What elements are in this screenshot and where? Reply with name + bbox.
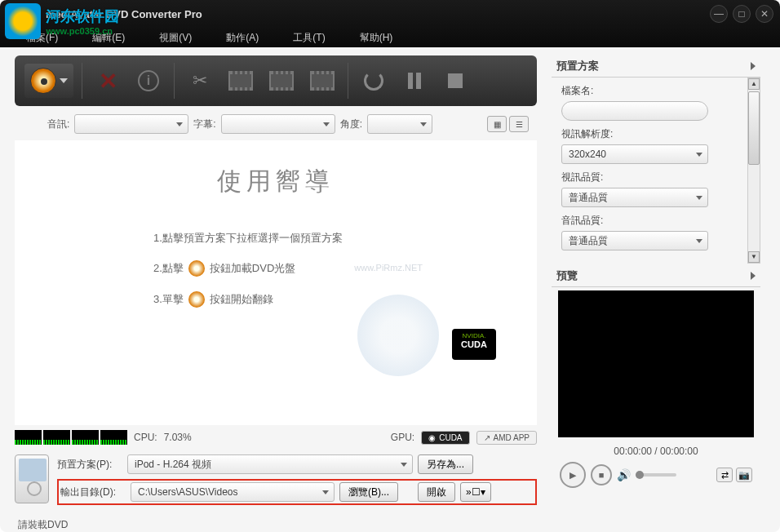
info-icon: i [138, 70, 159, 91]
browse-button[interactable]: 瀏覽(B)... [339, 482, 398, 502]
toolbar: ✕ i ✂ [15, 55, 537, 106]
film-split-icon [310, 71, 335, 91]
convert-icon [188, 291, 205, 308]
scroll-down-button[interactable]: ▼ [748, 251, 760, 263]
audio-quality-label: 音訊品質: [561, 214, 757, 228]
preview-controls: ▶ ■ 🔊 ⇄ 📷 [552, 462, 760, 488]
video-resolution-combo[interactable]: 320x240 [561, 144, 708, 164]
snapshot-button[interactable]: 📷 [736, 468, 752, 482]
watermark-logo-line1: 河东软件园 [46, 7, 119, 26]
wizard-step-3: 3.單擊 按鈕開始翻錄 [153, 291, 398, 308]
destination-highlight: 輸出目錄(D): C:\Users\ASUS\Videos 瀏覽(B)... 開… [57, 479, 537, 505]
save-as-button[interactable]: 另存為... [418, 454, 473, 474]
subtitle-label: 字幕: [193, 117, 215, 131]
amd-arrow-icon: ↗ [484, 433, 490, 442]
dvd-watermark-icon [357, 295, 439, 376]
filter-row: 音訊: 字幕: 角度: ▦ ☰ [15, 106, 537, 140]
nvidia-eye-icon: ◉ [428, 433, 436, 442]
chevron-right-icon [751, 62, 756, 70]
preview-play-button[interactable]: ▶ [560, 462, 586, 488]
audio-combo[interactable] [74, 114, 188, 134]
watermark-text: www.PiRmz.NET [354, 263, 423, 273]
info-button[interactable]: i [131, 64, 166, 98]
video-quality-combo[interactable]: 普通品質 [561, 188, 708, 207]
destination-combo[interactable]: C:\Users\ASUS\Videos [131, 482, 335, 502]
cpu-value: 7.03% [164, 432, 192, 443]
film-merge-icon [269, 71, 294, 91]
menu-view[interactable]: 視圖(V) [154, 29, 197, 47]
watermark-logo-line2: www.pc0359.cn [46, 26, 119, 36]
menu-actions[interactable]: 動作(A) [221, 29, 264, 47]
menu-tools[interactable]: 工具(T) [288, 29, 330, 47]
profile-combo[interactable]: iPod - H.264 視頻 [127, 454, 413, 474]
pause-button[interactable] [397, 64, 432, 98]
filename-input[interactable] [561, 101, 708, 121]
view-thumbnail-button[interactable]: ▦ [487, 116, 507, 132]
profile-label: 預置方案(P): [57, 458, 122, 472]
scroll-thumb[interactable] [748, 91, 760, 165]
stop-button[interactable] [438, 64, 472, 98]
gpu-amd-badge[interactable]: ↗ AMD APP [476, 431, 537, 445]
cuda-badge: NVIDIA. CUDA [452, 329, 496, 360]
load-dvd-button[interactable] [24, 64, 73, 98]
scroll-up-button[interactable]: ▲ [748, 78, 760, 90]
angle-combo[interactable] [367, 114, 432, 134]
destination-label: 輸出目錄(D): [60, 485, 126, 499]
watermark-logo: 河东软件园 www.pc0359.cn [5, 3, 119, 39]
convert-button[interactable] [357, 64, 391, 98]
effects-button[interactable] [224, 64, 258, 98]
titlebar: 河东软件园 www.pc0359.cn mediAvatar DVD Conve… [0, 0, 780, 47]
preset-section-header[interactable]: 預置方案 [552, 55, 760, 78]
stop-icon [448, 73, 463, 88]
view-list-button[interactable]: ☰ [509, 116, 529, 132]
pause-icon [408, 73, 421, 89]
open-button[interactable]: 開啟 [418, 482, 455, 502]
bottom-section: 預置方案(P): iPod - H.264 視頻 另存為... 輸出目錄(D):… [15, 450, 537, 515]
watermark-logo-icon [5, 3, 41, 39]
properties-scrollbar[interactable]: ▲ ▼ [747, 78, 760, 264]
preset-properties: 檔案名: 視訊解析度: 320x240 視訊品質: 普通品質 音訊品質: 普通品… [552, 78, 760, 260]
minimize-button[interactable]: — [710, 5, 728, 23]
status-bar: 請裝載DVD [15, 515, 537, 532]
refresh-icon [364, 71, 383, 91]
filename-label: 檔案名: [561, 84, 757, 98]
preview-section-header[interactable]: 預覽 [552, 265, 760, 287]
compare-button[interactable]: ⇄ [716, 468, 733, 482]
angle-label: 角度: [340, 117, 362, 131]
status-row: CPU: 7.03% GPU: ◉ CUDA ↗ AMD APP [15, 425, 537, 450]
volume-icon: 🔊 [617, 468, 631, 481]
cpu-meter [15, 430, 127, 445]
video-resolution-label: 視訊解析度: [561, 127, 757, 141]
wizard-step-1: 1.點擊預置方案下拉框選擇一個預置方案 [153, 231, 398, 246]
scissors-icon: ✂ [193, 70, 207, 91]
preview-time: 00:00:00 / 00:00:00 [552, 441, 760, 462]
ipod-device-icon [15, 454, 49, 503]
audio-quality-combo[interactable]: 普通品質 [561, 231, 708, 250]
gpu-label: GPU: [391, 432, 414, 443]
subtitle-combo[interactable] [221, 114, 335, 134]
chevron-right-icon [751, 272, 756, 280]
maximize-button[interactable]: □ [733, 5, 751, 23]
cpu-label: CPU: [134, 432, 157, 443]
volume-slider[interactable] [636, 473, 676, 477]
dropdown-arrow-icon [60, 78, 68, 83]
gpu-cuda-badge[interactable]: ◉ CUDA [421, 431, 469, 445]
cut-button[interactable]: ✂ [183, 64, 217, 98]
video-quality-label: 視訊品質: [561, 171, 757, 184]
menu-help[interactable]: 幫助(H) [355, 29, 398, 47]
audio-label: 音訊: [47, 117, 69, 131]
content-area: 使用嚮導 1.點擊預置方案下拉框選擇一個預置方案 2.點擊 按鈕加載DVD光盤 … [15, 140, 537, 425]
preview-screen [558, 290, 754, 437]
merge-button[interactable] [264, 64, 299, 98]
transfer-device-button[interactable]: »☐▾ [460, 482, 491, 502]
disc-icon [30, 68, 56, 94]
delete-button[interactable]: ✕ [91, 64, 125, 98]
wizard-title: 使用嚮導 [15, 165, 537, 198]
split-button[interactable] [305, 64, 339, 98]
film-icon [228, 71, 253, 91]
x-icon: ✕ [99, 68, 117, 95]
disc-icon [188, 260, 205, 277]
app-window: 河东软件园 www.pc0359.cn mediAvatar DVD Conve… [0, 0, 780, 532]
close-button[interactable]: ✕ [756, 5, 773, 23]
preview-stop-button[interactable]: ■ [591, 464, 612, 485]
